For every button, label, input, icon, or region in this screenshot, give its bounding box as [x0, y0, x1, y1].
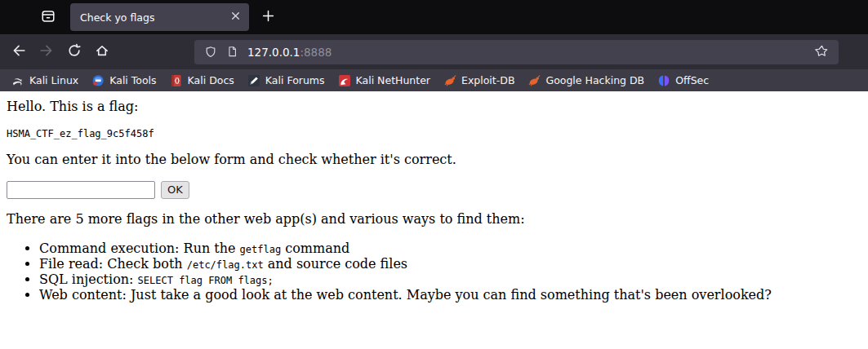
list-item: Command execution: Run the getflag comma…: [39, 241, 861, 256]
google-hacking-db-icon: [527, 74, 541, 87]
bookmark-kali-tools[interactable]: Kali Tools: [85, 73, 162, 89]
hint-code: SELECT flag FROM flags;: [138, 275, 274, 286]
bookmark-kali-docs[interactable]: Kali Docs: [163, 73, 241, 89]
bookmark-google-hacking-db[interactable]: Google Hacking DB: [521, 73, 651, 89]
flag-input[interactable]: [7, 181, 155, 199]
kali-tools-icon: [91, 74, 105, 87]
browser-window: Check yo flags: [0, 0, 868, 349]
bookmark-offsec[interactable]: OffSec: [651, 73, 715, 89]
form-hint-text: You can enter it into the below form and…: [7, 152, 861, 168]
hint-code: /etc/flag.txt: [187, 259, 264, 271]
shield-icon[interactable]: [204, 46, 217, 59]
intro-text: Hello. This is a flag:: [7, 99, 861, 115]
kali-nethunter-icon: [338, 74, 351, 87]
navigation-toolbar: 127.0.0.1:8888: [0, 34, 868, 69]
bookmark-star-button[interactable]: [811, 42, 832, 63]
hint-text: File read: Check both: [39, 256, 187, 272]
back-arrow-icon: [11, 43, 26, 60]
hint-text: command: [281, 241, 349, 256]
bookmark-label: OffSec: [675, 74, 709, 86]
hint-code: getflag: [240, 244, 282, 255]
list-item: SQL injection: SELECT flag FROM flags;: [39, 272, 861, 287]
tab-close-button[interactable]: [226, 8, 244, 26]
list-item: Web content: Just take a good look at th…: [39, 287, 861, 303]
back-button[interactable]: [7, 40, 31, 64]
url-text: 127.0.0.1:8888: [247, 46, 332, 59]
star-icon: [815, 44, 829, 60]
tab-check-yo-flags[interactable]: Check yo flags: [70, 3, 249, 31]
url-bar[interactable]: 127.0.0.1:8888: [194, 40, 839, 64]
url-port: :8888: [300, 46, 332, 59]
hint-text: SQL injection:: [39, 272, 138, 287]
bookmark-label: Exploit-DB: [461, 74, 514, 86]
kali-linux-icon: [11, 74, 24, 87]
bookmark-label: Kali NetHunter: [356, 74, 430, 86]
home-icon: [95, 43, 109, 60]
tab-title: Check yo flags: [80, 11, 223, 24]
kali-docs-icon: [170, 74, 183, 87]
kali-forums-icon: [247, 74, 260, 87]
bookmark-exploit-db[interactable]: Exploit-DB: [437, 73, 521, 89]
bookmark-label: Kali Forums: [265, 74, 325, 86]
bookmark-kali-nethunter[interactable]: Kali NetHunter: [332, 73, 437, 89]
bookmarks-toolbar: Kali Linux Kali Tools Kal: [0, 69, 868, 91]
page-info-icon[interactable]: [226, 46, 238, 58]
bookmark-kali-linux[interactable]: Kali Linux: [5, 73, 85, 89]
close-icon: [230, 11, 241, 24]
flag-text: HSMA_CTF_ez_flag_9c5f458f: [7, 128, 861, 139]
bookmark-label: Kali Tools: [109, 74, 156, 86]
more-flags-text: There are 5 more flags in the other web …: [7, 212, 861, 228]
page-content: Hello. This is a flag: HSMA_CTF_ez_flag_…: [0, 91, 868, 349]
bookmark-label: Kali Docs: [188, 74, 234, 86]
hint-text: and source code files: [264, 256, 407, 272]
hints-list: Command execution: Run the getflag comma…: [7, 241, 861, 303]
exploit-db-icon: [443, 74, 456, 87]
plus-icon: [262, 10, 274, 24]
forward-button[interactable]: [34, 40, 59, 64]
hint-text: Command execution: Run the: [39, 241, 240, 256]
home-button[interactable]: [90, 40, 114, 64]
reload-button[interactable]: [62, 40, 87, 64]
reload-icon: [67, 43, 82, 60]
offsec-icon: [657, 74, 670, 87]
flag-check-form: OK: [7, 181, 861, 199]
bookmark-kali-forums[interactable]: Kali Forums: [241, 73, 332, 89]
bookmark-label: Google Hacking DB: [545, 74, 644, 86]
firefox-view-button[interactable]: [36, 5, 60, 29]
tab-bar: Check yo flags: [0, 0, 868, 34]
bookmark-label: Kali Linux: [29, 74, 78, 86]
forward-arrow-icon: [39, 43, 54, 60]
hint-text: Web content: Just take a good look at th…: [39, 287, 772, 303]
new-tab-button[interactable]: [256, 5, 280, 29]
url-host: 127.0.0.1: [247, 46, 300, 59]
ok-button[interactable]: OK: [161, 181, 189, 199]
list-item: File read: Check both /etc/flag.txt and …: [39, 256, 861, 272]
firefox-view-icon: [41, 9, 56, 26]
